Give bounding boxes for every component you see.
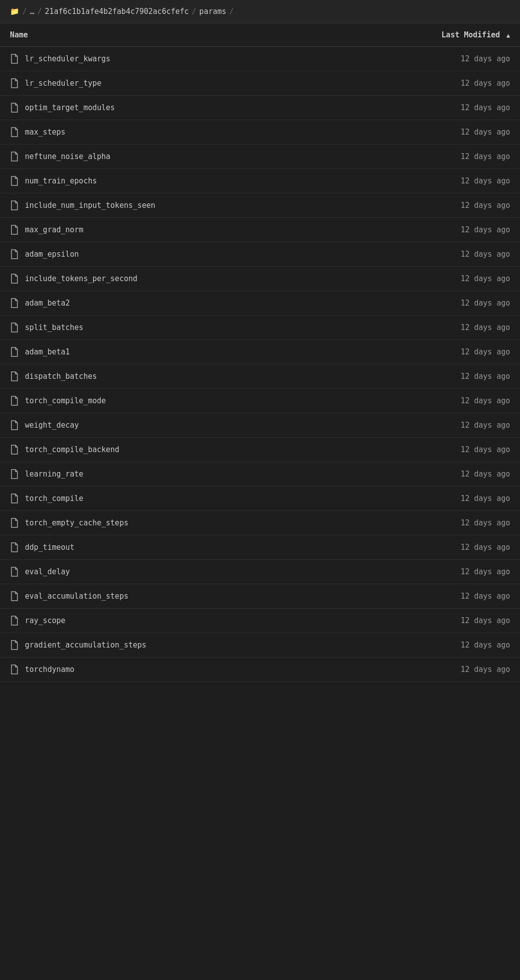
table-row[interactable]: lr_scheduler_kwargs12 days ago bbox=[0, 47, 520, 71]
table-row[interactable]: include_num_input_tokens_seen12 days ago bbox=[0, 193, 520, 218]
breadcrumb-hash[interactable]: 21af6c1b1afe4b2fab4c7902ac6cfefc bbox=[45, 7, 189, 16]
file-name-cell: eval_delay bbox=[0, 560, 339, 584]
table-row[interactable]: eval_accumulation_steps12 days ago bbox=[0, 584, 520, 609]
file-modified-cell: 12 days ago bbox=[339, 438, 520, 462]
file-row-name: eval_delay bbox=[10, 567, 329, 577]
table-row[interactable]: split_batches12 days ago bbox=[0, 316, 520, 340]
file-icon bbox=[10, 371, 19, 381]
table-row[interactable]: torch_empty_cache_steps12 days ago bbox=[0, 511, 520, 535]
file-name-cell: max_steps bbox=[0, 120, 339, 145]
file-name-label: dispatch_batches bbox=[25, 372, 97, 381]
file-name-label: ray_scope bbox=[25, 616, 65, 625]
table-row[interactable]: lr_scheduler_type12 days ago bbox=[0, 71, 520, 96]
file-row-name: split_batches bbox=[10, 323, 329, 332]
table-row[interactable]: gradient_accumulation_steps12 days ago bbox=[0, 633, 520, 657]
table-row[interactable]: torchdynamo12 days ago bbox=[0, 657, 520, 682]
breadcrumb-separator: / bbox=[229, 7, 234, 16]
file-name-label: weight_decay bbox=[25, 421, 79, 430]
breadcrumb-params[interactable]: params bbox=[199, 7, 226, 16]
breadcrumb-ellipsis[interactable]: … bbox=[30, 7, 34, 16]
file-name-label: include_num_input_tokens_seen bbox=[25, 201, 155, 210]
file-row-name: torchdynamo bbox=[10, 664, 329, 674]
file-row-name: num_train_epochs bbox=[10, 176, 329, 186]
table-row[interactable]: dispatch_batches12 days ago bbox=[0, 364, 520, 389]
table-row[interactable]: optim_target_modules12 days ago bbox=[0, 96, 520, 120]
file-name-label: split_batches bbox=[25, 323, 83, 332]
file-name-label: torch_compile bbox=[25, 494, 83, 503]
file-icon bbox=[10, 249, 19, 259]
file-icon bbox=[10, 420, 19, 430]
table-row[interactable]: adam_beta212 days ago bbox=[0, 291, 520, 316]
file-name-label: torch_compile_mode bbox=[25, 396, 106, 405]
column-header-name[interactable]: Name bbox=[0, 23, 339, 47]
file-name-cell: include_num_input_tokens_seen bbox=[0, 193, 339, 218]
file-modified-cell: 12 days ago bbox=[339, 145, 520, 169]
file-row-name: lr_scheduler_kwargs bbox=[10, 54, 329, 64]
file-row-name: adam_epsilon bbox=[10, 249, 329, 259]
file-modified-cell: 12 days ago bbox=[339, 242, 520, 267]
file-icon bbox=[10, 298, 19, 308]
file-icon bbox=[10, 54, 19, 64]
file-row-name: learning_rate bbox=[10, 469, 329, 479]
file-row-name: ddp_timeout bbox=[10, 542, 329, 552]
file-row-name: adam_beta1 bbox=[10, 347, 329, 357]
file-name-label: max_grad_norm bbox=[25, 225, 83, 234]
file-name-cell: adam_epsilon bbox=[0, 242, 339, 267]
file-modified-cell: 12 days ago bbox=[339, 657, 520, 682]
file-row-name: torch_compile bbox=[10, 493, 329, 503]
table-row[interactable]: torch_compile_mode12 days ago bbox=[0, 389, 520, 413]
file-icon bbox=[10, 518, 19, 528]
file-row-name: ray_scope bbox=[10, 616, 329, 626]
file-name-cell: torchdynamo bbox=[0, 657, 339, 682]
file-name-label: torch_empty_cache_steps bbox=[25, 518, 129, 527]
file-name-label: lr_scheduler_kwargs bbox=[25, 54, 111, 63]
file-name-label: num_train_epochs bbox=[25, 176, 97, 185]
file-icon bbox=[10, 127, 19, 137]
file-modified-cell: 12 days ago bbox=[339, 193, 520, 218]
file-modified-cell: 12 days ago bbox=[339, 267, 520, 291]
table-row[interactable]: learning_rate12 days ago bbox=[0, 462, 520, 487]
file-row-name: torch_compile_mode bbox=[10, 396, 329, 406]
file-modified-cell: 12 days ago bbox=[339, 487, 520, 511]
breadcrumb-separator: / bbox=[37, 7, 42, 16]
file-name-cell: dispatch_batches bbox=[0, 364, 339, 389]
table-row[interactable]: eval_delay12 days ago bbox=[0, 560, 520, 584]
file-icon bbox=[10, 445, 19, 455]
table-row[interactable]: num_train_epochs12 days ago bbox=[0, 169, 520, 193]
file-name-cell: max_grad_norm bbox=[0, 218, 339, 242]
table-row[interactable]: include_tokens_per_second12 days ago bbox=[0, 267, 520, 291]
file-name-label: max_steps bbox=[25, 128, 65, 137]
table-row[interactable]: torch_compile12 days ago bbox=[0, 487, 520, 511]
table-row[interactable]: max_steps12 days ago bbox=[0, 120, 520, 145]
file-row-name: include_num_input_tokens_seen bbox=[10, 200, 329, 210]
table-row[interactable]: torch_compile_backend12 days ago bbox=[0, 438, 520, 462]
folder-icon: 📁 bbox=[10, 7, 19, 16]
file-icon bbox=[10, 469, 19, 479]
table-row[interactable]: ddp_timeout12 days ago bbox=[0, 535, 520, 560]
file-row-name: torch_empty_cache_steps bbox=[10, 518, 329, 528]
file-name-label: optim_target_modules bbox=[25, 103, 115, 112]
column-header-modified[interactable]: Last Modified ▲ bbox=[339, 23, 520, 47]
table-row[interactable]: adam_beta112 days ago bbox=[0, 340, 520, 364]
file-row-name: adam_beta2 bbox=[10, 298, 329, 308]
file-icon bbox=[10, 225, 19, 235]
file-name-cell: include_tokens_per_second bbox=[0, 267, 339, 291]
file-modified-cell: 12 days ago bbox=[339, 169, 520, 193]
file-name-cell: adam_beta1 bbox=[0, 340, 339, 364]
file-modified-cell: 12 days ago bbox=[339, 364, 520, 389]
table-row[interactable]: weight_decay12 days ago bbox=[0, 413, 520, 438]
table-row[interactable]: adam_epsilon12 days ago bbox=[0, 242, 520, 267]
table-row[interactable]: max_grad_norm12 days ago bbox=[0, 218, 520, 242]
file-modified-cell: 12 days ago bbox=[339, 340, 520, 364]
table-row[interactable]: neftune_noise_alpha12 days ago bbox=[0, 145, 520, 169]
file-name-label: eval_accumulation_steps bbox=[25, 592, 129, 601]
file-modified-cell: 12 days ago bbox=[339, 120, 520, 145]
file-name-cell: optim_target_modules bbox=[0, 96, 339, 120]
table-row[interactable]: ray_scope12 days ago bbox=[0, 609, 520, 633]
file-icon bbox=[10, 347, 19, 357]
file-row-name: neftune_noise_alpha bbox=[10, 152, 329, 162]
file-name-cell: torch_compile bbox=[0, 487, 339, 511]
file-name-cell: ddp_timeout bbox=[0, 535, 339, 560]
file-modified-cell: 12 days ago bbox=[339, 462, 520, 487]
file-name-cell: torch_compile_mode bbox=[0, 389, 339, 413]
